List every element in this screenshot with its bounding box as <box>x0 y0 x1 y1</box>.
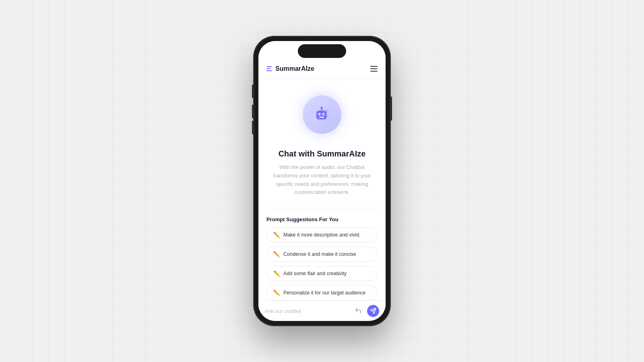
send-button[interactable] <box>367 305 379 317</box>
bot-inner: ✦ ✦ <box>303 95 341 134</box>
suggestion-icon-2: ✏️ <box>273 251 280 257</box>
send-icon <box>370 308 376 314</box>
divider <box>266 208 378 208</box>
input-bar <box>258 300 386 321</box>
bot-illustration: ✦ ✦ <box>290 88 354 141</box>
suggestion-text-4: Personalize it for our target audience <box>283 290 365 296</box>
suggestions-label: Prompt Suggestions For You <box>266 216 339 222</box>
menu-button[interactable] <box>370 66 378 72</box>
suggestion-text-3: Add some flair and creativity <box>283 271 347 276</box>
chat-description: With the power of audio, our Chatbot tra… <box>266 163 378 197</box>
svg-point-4 <box>324 113 325 115</box>
suggestion-text-2: Condense it and make it concise <box>283 251 356 257</box>
undo-icon <box>355 307 362 315</box>
dynamic-island <box>298 44 346 58</box>
svg-rect-5 <box>319 117 324 118</box>
suggestion-icon-4: ✏️ <box>273 290 280 296</box>
chat-input[interactable] <box>265 308 349 314</box>
suggestion-icon-3: ✏️ <box>273 270 280 277</box>
chat-title: Chat with SummarAIze <box>279 149 366 158</box>
suggestion-text-1: Make it more descriptive and vivid. <box>283 232 361 238</box>
suggestion-icon-1: ✏️ <box>273 232 280 238</box>
main-content: ✦ ✦ Chat with SummarAIze With the power … <box>258 78 386 300</box>
screen: SummarAIze <box>258 41 386 321</box>
suggestion-btn-2[interactable]: ✏️ Condense it and make it concise <box>266 247 378 262</box>
svg-point-7 <box>321 107 323 109</box>
suggestion-btn-3[interactable]: ✏️ Add some flair and creativity <box>266 266 378 281</box>
suggestion-btn-1[interactable]: ✏️ Make it more descriptive and vivid. <box>266 227 378 243</box>
logo-icon <box>266 66 272 71</box>
svg-point-3 <box>320 113 321 115</box>
app-title: SummarAIze <box>275 65 314 72</box>
suggestion-btn-4[interactable]: ✏️ Personalize it for our target audienc… <box>266 285 378 300</box>
suggestions-list: ✏️ Make it more descriptive and vivid. ✏… <box>266 227 378 300</box>
bot-icon: ✦ ✦ <box>312 104 332 125</box>
phone-shell: SummarAIze <box>254 36 390 326</box>
svg-text:✦: ✦ <box>327 115 329 117</box>
svg-rect-0 <box>316 111 327 119</box>
undo-button[interactable] <box>353 305 364 317</box>
header-left: SummarAIze <box>266 65 314 72</box>
svg-text:✦: ✦ <box>326 109 329 113</box>
